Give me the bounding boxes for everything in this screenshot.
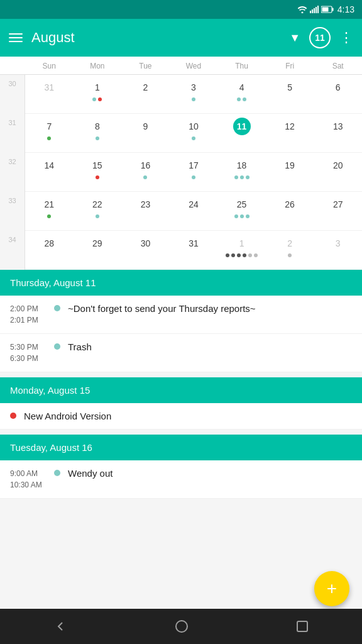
event-title: ~Don't forget to send your Thursday repo…: [68, 303, 352, 314]
status-time: 4:13: [337, 4, 354, 14]
home-button[interactable]: [174, 619, 189, 634]
event-dot: [231, 253, 235, 257]
day-number: 26: [281, 196, 299, 213]
day-number: 17: [185, 157, 202, 174]
calendar-day[interactable]: 24: [170, 192, 218, 231]
calendar-day[interactable]: 30: [121, 231, 170, 270]
calendar-day[interactable]: 29: [74, 231, 122, 270]
event-dot: [243, 97, 246, 101]
calendar-day[interactable]: 9: [121, 114, 170, 153]
dow-label: Fri: [266, 57, 314, 74]
day-number: 24: [185, 196, 202, 213]
calendar-day[interactable]: 23: [121, 192, 170, 231]
calendar-day[interactable]: 7: [25, 114, 74, 153]
signal-icon: [310, 6, 319, 13]
day-number: 8: [89, 118, 106, 135]
calendar-day[interactable]: 16: [121, 153, 170, 192]
week-num-header: [0, 57, 25, 74]
hamburger-menu-button[interactable]: [9, 33, 23, 42]
calendar-day[interactable]: 13: [314, 114, 362, 153]
day-number: 6: [329, 79, 347, 96]
event-dots: [170, 175, 218, 179]
day-number: 9: [136, 118, 154, 135]
calendar-day[interactable]: 4: [217, 75, 266, 114]
event-item[interactable]: 5:30 PM6:30 PMTrash: [0, 334, 362, 372]
week-number: 30: [0, 75, 25, 114]
day-number: 4: [233, 79, 251, 96]
calendar-day[interactable]: 26: [266, 192, 314, 231]
calendar-day[interactable]: 31: [170, 231, 218, 270]
calendar-day[interactable]: 5: [266, 75, 314, 114]
calendar-day[interactable]: 6: [314, 75, 362, 114]
event-color-dot: [54, 470, 60, 476]
calendar-day[interactable]: 11: [217, 114, 266, 153]
back-button[interactable]: [53, 619, 68, 634]
event-dot: [98, 97, 102, 101]
event-dots: [217, 253, 266, 257]
week-number: 33: [0, 192, 25, 231]
day-number: 30: [136, 235, 154, 252]
calendar-day[interactable]: 8: [74, 114, 122, 153]
event-item[interactable]: 9:00 AM10:30 AMWendy out: [0, 460, 362, 499]
event-dot: [143, 175, 147, 179]
dow-label: Sat: [314, 57, 362, 74]
recents-button[interactable]: [295, 619, 309, 633]
calendar-day[interactable]: 1: [74, 75, 122, 114]
calendar-day[interactable]: 1: [217, 231, 266, 270]
event-dot: [288, 253, 292, 257]
event-item[interactable]: New Android Version: [0, 403, 362, 430]
calendar-day[interactable]: 31: [25, 75, 74, 114]
event-dots: [217, 214, 266, 218]
dow-label: Mon: [74, 57, 122, 74]
day-number: 3: [329, 235, 347, 252]
event-dots: [170, 136, 218, 140]
calendar-day[interactable]: 17: [170, 153, 218, 192]
week-number: 32: [0, 153, 25, 192]
calendar-day[interactable]: 21: [25, 192, 74, 231]
wifi-icon: [297, 6, 307, 13]
calendar-day[interactable]: 25: [217, 192, 266, 231]
event-dot: [248, 253, 252, 257]
calendar-day[interactable]: 2: [121, 75, 170, 114]
calendar-day[interactable]: 10: [170, 114, 218, 153]
today-badge[interactable]: 11: [309, 27, 331, 48]
day-number: 20: [329, 157, 347, 174]
svg-rect-4: [317, 6, 319, 13]
dow-header: SunMonTueWedThuFriSat: [0, 57, 362, 75]
dow-label: Tue: [121, 57, 170, 74]
event-dot: [234, 175, 238, 179]
event-dot: [246, 214, 250, 218]
event-item[interactable]: 2:00 PM2:01 PM~Don't forget to send your…: [0, 296, 362, 334]
calendar-day[interactable]: 19: [266, 153, 314, 192]
svg-rect-7: [322, 8, 328, 12]
event-list: Thursday, August 112:00 PM2:01 PM~Don't …: [0, 270, 362, 499]
calendar: SunMonTueWedThuFriSat 303112345631789101…: [0, 57, 362, 270]
calendar-day[interactable]: 20: [314, 153, 362, 192]
event-color-dot: [54, 305, 60, 311]
calendar-day[interactable]: 14: [25, 153, 74, 192]
calendar-day[interactable]: 28: [25, 231, 74, 270]
month-title: August: [31, 30, 285, 46]
calendar-day[interactable]: 22: [74, 192, 122, 231]
event-dot: [96, 214, 99, 218]
day-number: 15: [89, 157, 106, 174]
calendar-day[interactable]: 27: [314, 192, 362, 231]
calendar-day[interactable]: 18: [217, 153, 266, 192]
event-dot: [192, 175, 195, 179]
event-dots: [74, 214, 122, 218]
dropdown-arrow-icon[interactable]: ▼: [289, 31, 300, 45]
calendar-day[interactable]: 2: [266, 231, 314, 270]
calendar-day[interactable]: 15: [74, 153, 122, 192]
calendar-day[interactable]: 12: [266, 114, 314, 153]
event-dot: [192, 97, 195, 101]
calendar-day[interactable]: 3: [170, 75, 218, 114]
day-number: 23: [136, 196, 154, 213]
more-options-icon[interactable]: ⋮: [339, 30, 353, 46]
calendar-day[interactable]: 3: [314, 231, 362, 270]
day-number: 27: [329, 196, 347, 213]
event-dots: [25, 136, 74, 140]
toolbar: August ▼ 11 ⋮: [0, 19, 362, 57]
add-event-fab[interactable]: +: [314, 571, 349, 606]
svg-rect-9: [297, 621, 307, 631]
section-divider: [0, 430, 362, 435]
